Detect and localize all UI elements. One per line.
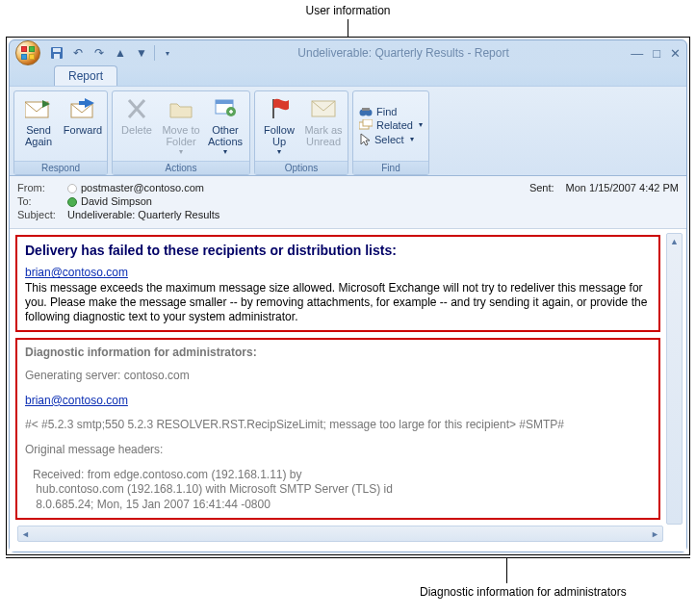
failure-explanation: This message exceeds the maximum message… xyxy=(25,281,651,324)
ribbon-tabbar: Report xyxy=(10,65,686,86)
binoculars-icon xyxy=(359,106,373,117)
group-actions-label: Actions xyxy=(113,161,249,174)
presence-available-icon xyxy=(67,197,77,207)
scroll-left-icon[interactable]: ◄ xyxy=(21,529,30,539)
subject-label: Subject: xyxy=(17,209,67,220)
select-button[interactable]: Select▾ xyxy=(359,133,423,146)
screenshot-frame: ↶ ↷ ▲ ▼ ▾ Undeliverable: Quarterly Resul… xyxy=(6,37,690,555)
cursor-icon xyxy=(359,133,371,146)
other-actions-icon xyxy=(214,95,237,122)
forward-button[interactable]: Forward xyxy=(61,93,105,159)
move-to-folder-button[interactable]: Move to Folder ▾ xyxy=(159,93,203,159)
group-actions: Delete Move to Folder ▾ Other Actions ▾ xyxy=(112,90,250,175)
scroll-right-icon[interactable]: ► xyxy=(651,529,659,539)
send-again-icon xyxy=(25,95,52,122)
mark-as-unread-button[interactable]: Mark as Unread xyxy=(301,93,346,159)
scroll-up-icon[interactable]: ▲ xyxy=(667,234,682,249)
group-respond-label: Respond xyxy=(14,161,107,174)
flag-icon xyxy=(268,95,291,122)
qat-customize-icon[interactable]: ▾ xyxy=(159,44,176,62)
titlebar: ↶ ↷ ▲ ▼ ▾ Undeliverable: Quarterly Resul… xyxy=(10,40,686,65)
group-find-label: Find xyxy=(353,161,428,174)
delete-button[interactable]: Delete xyxy=(115,93,159,159)
sent-value: Mon 1/15/2007 4:42 PM xyxy=(566,182,679,193)
tab-report[interactable]: Report xyxy=(54,65,117,86)
failed-recipient-link[interactable]: brian@contoso.com xyxy=(25,266,128,279)
message-header: From: postmaster@contoso.com Sent: Mon 1… xyxy=(10,176,686,228)
svg-rect-1 xyxy=(53,48,61,52)
delete-icon xyxy=(126,95,147,122)
message-body: Delivery has failed to these recipients … xyxy=(10,228,686,552)
delivery-failed-heading: Delivery has failed to these recipients … xyxy=(25,243,651,258)
annotation-user-info: User information xyxy=(305,4,390,17)
svg-rect-14 xyxy=(362,108,370,111)
save-icon[interactable] xyxy=(48,44,65,62)
to-value: David Simpson xyxy=(67,195,679,207)
close-button[interactable]: ✕ xyxy=(670,46,681,61)
group-options: Follow Up ▾ Mark as Unread Options xyxy=(254,90,348,175)
outlook-window: ↶ ↷ ▲ ▼ ▾ Undeliverable: Quarterly Resul… xyxy=(9,39,687,552)
group-options-label: Options xyxy=(255,161,348,174)
undo-icon[interactable]: ↶ xyxy=(69,44,87,62)
original-headers-label: Original message headers: xyxy=(25,443,651,458)
annotation-bottom-rule: Diagnostic information for administrator… xyxy=(6,557,690,558)
office-button[interactable] xyxy=(15,40,40,65)
diagnostic-section: Diagnostic information for administrator… xyxy=(15,338,660,520)
related-icon xyxy=(359,119,373,131)
related-button[interactable]: Related▾ xyxy=(359,119,423,131)
sent-label: Sent: xyxy=(529,182,554,193)
svg-rect-16 xyxy=(363,119,373,126)
folder-icon xyxy=(168,95,193,122)
to-label: To: xyxy=(17,195,67,207)
annotation-line-top xyxy=(348,19,348,37)
from-label: From: xyxy=(17,182,67,193)
annotation-diagnostic: Diagnostic information for administrator… xyxy=(420,585,627,599)
quick-access-toolbar: ↶ ↷ ▲ ▼ ▾ xyxy=(48,44,176,62)
group-respond: Send Again Forward Respond xyxy=(13,90,108,175)
redo-icon[interactable]: ↷ xyxy=(90,44,108,62)
vertical-scrollbar[interactable]: ▲ xyxy=(666,233,683,525)
follow-up-button[interactable]: Follow Up ▾ xyxy=(257,93,301,159)
window-title: Undeliverable: Quarterly Results - Repor… xyxy=(176,46,631,60)
diag-recipient-link[interactable]: brian@contoso.com xyxy=(25,394,128,407)
prev-item-icon[interactable]: ▲ xyxy=(112,44,129,62)
ribbon: Send Again Forward Respond Delete xyxy=(10,86,686,176)
forward-icon xyxy=(69,95,96,122)
user-information-section: Delivery has failed to these recipients … xyxy=(15,235,660,332)
next-item-icon[interactable]: ▼ xyxy=(133,44,150,62)
maximize-button[interactable]: □ xyxy=(653,46,660,61)
group-find: Find Related▾ Select▾ xyxy=(352,90,429,175)
other-actions-button[interactable]: Other Actions ▾ xyxy=(203,93,247,159)
diagnostic-heading: Diagnostic information for administrator… xyxy=(25,346,651,359)
svg-rect-8 xyxy=(216,100,233,104)
find-button[interactable]: Find xyxy=(359,106,423,117)
presence-unknown-icon xyxy=(67,184,77,193)
from-value: postmaster@contoso.com xyxy=(67,182,529,193)
subject-value: Undeliverable: Quarterly Results xyxy=(67,209,679,220)
minimize-button[interactable]: — xyxy=(631,46,643,61)
diagnostic-code: #< #5.2.3 smtp;550 5.2.3 RESOLVER.RST.Re… xyxy=(25,418,651,433)
svg-rect-2 xyxy=(54,54,60,59)
generating-server: Generating server: contoso.com xyxy=(25,369,651,384)
received-header: Received: from edge.contoso.com (192.168… xyxy=(25,468,651,513)
envelope-closed-icon xyxy=(311,95,336,122)
horizontal-scrollbar[interactable]: ◄ ► xyxy=(17,526,663,542)
send-again-button[interactable]: Send Again xyxy=(16,93,61,159)
